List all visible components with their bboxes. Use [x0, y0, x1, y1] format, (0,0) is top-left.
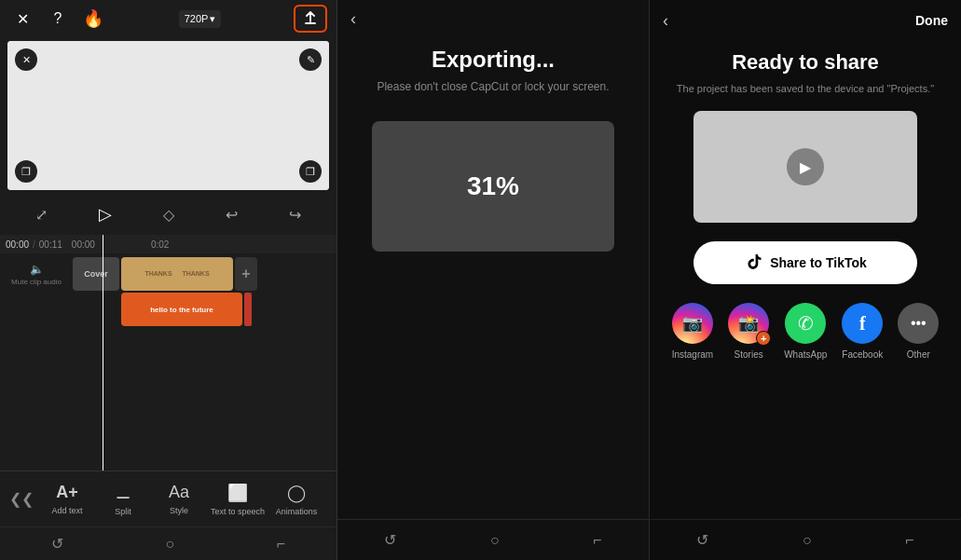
- share-done-button[interactable]: Done: [915, 13, 948, 28]
- share-apps-row: 📷 Instagram 📸 + Stories ✆ WhatsApp f Fac…: [672, 303, 940, 360]
- split-icon: ⚊: [116, 483, 130, 503]
- bottom-toolbar: ❮❮ A+ Add text ⚊ Split Aa Style ⬜ Text t…: [0, 471, 336, 526]
- corner-copy-button[interactable]: ❐: [15, 160, 37, 183]
- playback-controls: ⤢ ▷ ◇ ↩ ↪: [0, 194, 336, 235]
- share-topbar: ‹ Done: [650, 0, 961, 41]
- time-total: 00:11: [39, 239, 62, 250]
- add-text-label: Add text: [51, 506, 82, 515]
- other-label: Other: [907, 349, 930, 360]
- audio-track-row: 🔈 Mute clip audio Cover THANKS THANKS +: [4, 257, 333, 291]
- topbar-left: ✕ ? 🔥: [9, 6, 106, 32]
- nav-back-icon[interactable]: ⌐: [277, 536, 285, 553]
- cover-clip[interactable]: Cover: [73, 257, 119, 291]
- share-app-other[interactable]: ••• Other: [898, 303, 939, 360]
- time-current: 00:00: [6, 239, 29, 250]
- undo-button[interactable]: ↩: [226, 206, 238, 224]
- ruler-t2: 0:02: [151, 239, 169, 250]
- share-app-stories[interactable]: 📸 + Stories: [728, 303, 769, 360]
- editor-nav-bar: ↺ ○ ⌐: [0, 526, 336, 560]
- share-nav-home-icon[interactable]: ○: [803, 532, 812, 549]
- audio-track-label: 🔈 Mute clip audio: [4, 263, 69, 286]
- exp-nav-home-icon[interactable]: ○: [490, 532, 500, 549]
- brand-icon: 🔥: [80, 6, 106, 32]
- timeline-tracks: 🔈 Mute clip audio Cover THANKS THANKS +: [0, 253, 336, 330]
- share-nav-back-icon[interactable]: ⌐: [905, 532, 913, 549]
- toolbar-style[interactable]: Aa Style: [151, 479, 207, 520]
- tiktok-label: Share to TikTok: [770, 255, 867, 270]
- corner-resize-button[interactable]: ❐: [299, 160, 322, 183]
- toolbar-add-text[interactable]: A+ Add text: [39, 479, 95, 520]
- video-clip[interactable]: THANKS THANKS: [121, 257, 233, 291]
- split-label: Split: [115, 507, 131, 516]
- toolbar-animations[interactable]: ◯ Animations: [268, 479, 324, 520]
- exp-nav-refresh-icon[interactable]: ↺: [384, 531, 396, 549]
- export-button[interactable]: [294, 5, 327, 33]
- share-tiktok-button[interactable]: Share to TikTok: [693, 241, 917, 284]
- facebook-icon: f: [842, 303, 883, 344]
- text-clip[interactable]: hello to the future: [121, 293, 242, 326]
- whatsapp-icon: ✆: [785, 303, 826, 344]
- stories-icon: 📸 +: [728, 303, 769, 344]
- redo-button[interactable]: ↪: [289, 206, 301, 224]
- preview-canvas: ✕ ✎ ❐ ❐: [7, 41, 329, 190]
- editor-panel: ✕ ? 🔥 720P ▾ ✕ ✎ ❐: [0, 0, 337, 560]
- share-nav-refresh-icon[interactable]: ↺: [696, 531, 708, 549]
- exporting-nav-bar: ↺ ○ ⌐: [337, 519, 649, 560]
- thumb2: THANKS: [178, 259, 213, 289]
- timeline-ruler: 00:00 / 00:11 00:00 0:02: [0, 235, 336, 253]
- tts-label: Text to speech: [211, 507, 265, 516]
- add-clip-button[interactable]: +: [235, 257, 257, 291]
- share-app-whatsapp[interactable]: ✆ WhatsApp: [784, 303, 827, 360]
- text-track-content: hello to the future: [73, 293, 333, 326]
- exporting-back-button[interactable]: ‹: [350, 9, 356, 29]
- close-button[interactable]: ✕: [9, 6, 35, 32]
- corner-close-button[interactable]: ✕: [15, 48, 37, 71]
- exporting-title: Exporting...: [432, 47, 555, 73]
- toolbar-split[interactable]: ⚊ Split: [95, 479, 151, 520]
- exp-nav-back-icon[interactable]: ⌐: [593, 532, 601, 549]
- style-label: Style: [170, 506, 188, 515]
- share-app-instagram[interactable]: 📷 Instagram: [672, 303, 713, 360]
- share-back-button[interactable]: ‹: [663, 11, 668, 31]
- exporting-panel: ‹ Exporting... Please don't close CapCut…: [337, 0, 650, 560]
- whatsapp-label: WhatsApp: [784, 349, 827, 360]
- progress-container: 31%: [372, 121, 614, 252]
- stories-label: Stories: [734, 349, 763, 360]
- preview-play-button[interactable]: ▶: [787, 148, 824, 185]
- style-icon: Aa: [169, 483, 189, 502]
- editor-preview: ✕ ✎ ❐ ❐: [7, 41, 329, 190]
- share-title: Ready to share: [732, 50, 879, 75]
- text-clip-end: [244, 293, 252, 326]
- editor-topbar: ✕ ? 🔥 720P ▾: [0, 0, 336, 37]
- share-app-facebook[interactable]: f Facebook: [842, 303, 883, 360]
- animations-label: Animations: [276, 507, 318, 516]
- stories-plus-badge: +: [756, 331, 771, 346]
- expand-button[interactable]: ⤢: [35, 206, 48, 224]
- audio-track-content: Cover THANKS THANKS +: [73, 257, 333, 291]
- corner-edit-button[interactable]: ✎: [299, 48, 322, 71]
- other-icon: •••: [898, 303, 939, 344]
- thumb1: THANKS: [141, 259, 176, 289]
- tts-icon: ⬜: [227, 483, 248, 503]
- add-text-icon: A+: [56, 483, 78, 502]
- share-nav-bar: ↺ ○ ⌐: [650, 519, 961, 560]
- keyframe-button[interactable]: ◇: [163, 206, 174, 224]
- nav-home-icon[interactable]: ○: [165, 536, 174, 553]
- nav-refresh-icon[interactable]: ↺: [51, 535, 63, 553]
- toolbar-items: A+ Add text ⚊ Split Aa Style ⬜ Text to s…: [39, 479, 333, 520]
- share-panel: ‹ Done Ready to share The project has be…: [650, 0, 961, 560]
- tiktok-icon: [744, 252, 762, 275]
- animations-icon: ◯: [287, 483, 306, 503]
- ruler-t1: 00:00: [72, 239, 95, 250]
- timeline-section: 00:00 / 00:11 00:00 0:02 🔈 Mute clip aud…: [0, 235, 336, 471]
- toolbar-tts[interactable]: ⬜ Text to speech: [207, 479, 268, 520]
- text-track-row: hello to the future: [4, 293, 333, 326]
- share-video-preview[interactable]: ▶: [693, 111, 917, 223]
- instagram-label: Instagram: [672, 349, 713, 360]
- playhead: [103, 235, 103, 471]
- resolution-selector[interactable]: 720P ▾: [179, 10, 222, 28]
- help-button[interactable]: ?: [45, 6, 71, 32]
- toolbar-collapse-button[interactable]: ❮❮: [4, 490, 39, 508]
- audio-icon: 🔈: [30, 263, 44, 276]
- play-button[interactable]: ▷: [99, 204, 112, 225]
